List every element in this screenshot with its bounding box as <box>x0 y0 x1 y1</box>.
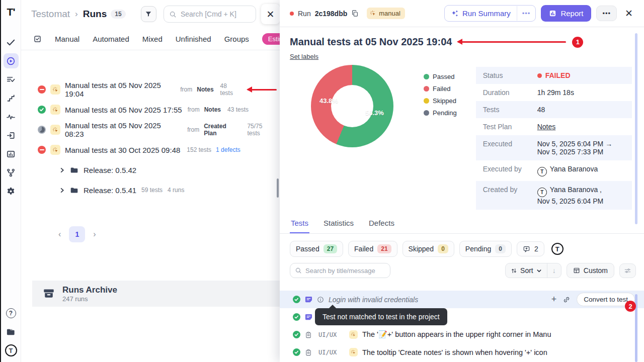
table-grid-icon <box>573 267 580 274</box>
release-row[interactable]: Release: 0.5.41 59 tests 4 runs <box>21 180 277 200</box>
release-row[interactable]: Release: 0.5.42 <box>21 160 277 180</box>
chevron-right-icon[interactable] <box>59 167 65 173</box>
tab-mixed[interactable]: Mixed <box>142 35 163 43</box>
pulse-icon[interactable] <box>4 109 19 124</box>
failed-chip[interactable]: Failed21 <box>348 241 397 257</box>
runs-play-icon[interactable] <box>4 53 19 68</box>
search-input[interactable]: Search [Cmd + K] <box>164 6 256 23</box>
avatar: T <box>537 188 547 197</box>
custom-view-button[interactable]: Custom <box>567 263 614 278</box>
test-row[interactable]: Login with invalid credentials + Convert… <box>280 291 644 308</box>
list-check-icon[interactable] <box>4 72 19 87</box>
pending-chip[interactable]: Pending0 <box>459 241 512 257</box>
run-filter-tabs: Manual Automated Mixed Unfinished Groups… <box>21 28 280 50</box>
run-row[interactable]: Manual tests at 05 Nov 2025 08:23 from C… <box>21 120 277 140</box>
list-header: Testomat › Runs 15 Search [Cmd + K] ✕ <box>21 0 280 28</box>
detail-scrollbar-top[interactable] <box>635 33 637 224</box>
failed-status-icon <box>38 85 46 94</box>
run-title: Manual tests at 05 Nov 2025 17:55 <box>65 106 182 114</box>
comments-chip[interactable]: 2 <box>517 241 544 256</box>
page-1-button[interactable]: 1 <box>69 226 85 242</box>
tab-defects[interactable]: Defects <box>368 215 395 233</box>
sort-direction-button[interactable]: ↓ <box>547 263 561 278</box>
failed-dot-icon <box>424 86 429 92</box>
run-summary-label: Run Summary <box>462 9 511 18</box>
tab-unfinished[interactable]: Unfinished <box>176 35 211 43</box>
branch-icon[interactable] <box>4 165 19 180</box>
chevron-right-icon[interactable] <box>59 188 65 193</box>
search-icon <box>169 11 177 18</box>
test-row[interactable]: UI/UX The tooltip 'Create notes' is show… <box>280 343 644 361</box>
failed-dot-icon <box>290 12 294 16</box>
filter-button[interactable] <box>141 6 156 22</box>
check-icon[interactable] <box>4 35 19 50</box>
test-tag: UI/UX <box>318 349 345 356</box>
docs-folder-icon[interactable] <box>4 324 19 339</box>
prev-page-button[interactable]: ‹ <box>58 230 61 239</box>
annotation-arrow <box>248 89 277 90</box>
user-avatar-filter[interactable]: T <box>551 243 564 255</box>
tab-groups[interactable]: Groups <box>224 35 249 43</box>
tab-automated[interactable]: Automated <box>93 35 129 43</box>
run-row[interactable]: Manual tests at 05 Nov 2025 19:04 from N… <box>21 79 277 100</box>
next-page-button[interactable]: › <box>93 230 96 239</box>
run-source: Created Plan <box>204 123 240 137</box>
manual-badge-label: manual <box>379 10 400 17</box>
sign-in-icon[interactable] <box>4 128 19 143</box>
help-icon[interactable]: ? <box>4 306 19 321</box>
legend-pending: Pending <box>424 109 457 117</box>
settings-gear-icon[interactable] <box>4 184 19 199</box>
test-plan-link[interactable]: Notes <box>537 123 556 131</box>
close-panel-button[interactable]: ✕ <box>261 4 280 24</box>
breadcrumb-section[interactable]: Runs <box>83 9 107 20</box>
steps-icon[interactable] <box>4 90 19 106</box>
manual-test-icon <box>349 330 358 339</box>
more-options-button[interactable]: ••• <box>596 6 617 21</box>
set-labels-link[interactable]: Set labels <box>290 53 318 60</box>
run-summary-button[interactable]: Run Summary <box>445 6 517 21</box>
breadcrumb-app[interactable]: Testomat <box>31 9 70 20</box>
tab-manual[interactable]: Manual <box>55 35 79 43</box>
legend-skipped: Skipped <box>424 97 457 105</box>
results-donut-wrap: 43.8% 56.3% <box>311 65 393 147</box>
passed-chip[interactable]: Passed27 <box>290 241 343 257</box>
sort-button[interactable]: Sort <box>506 263 547 278</box>
tab-tests[interactable]: Tests <box>290 215 309 233</box>
columns-settings-button[interactable] <box>619 263 636 278</box>
run-summary-split-button: Run Summary ••• <box>444 5 536 22</box>
archive-box-icon <box>42 287 55 300</box>
info-row-executed-by: Executed by TYana Baranova <box>476 160 632 181</box>
run-row[interactable]: Manual tests at 05 Nov 2025 17:55 from N… <box>21 100 277 120</box>
tooltip: Test not matched to test in the project <box>315 308 447 325</box>
tab-statistics[interactable]: Statistics <box>323 215 355 233</box>
select-all-icon[interactable] <box>33 35 42 43</box>
release-name: Release: 0.5.42 <box>84 166 136 174</box>
run-title: Manual tests at 05 Nov 2025 08:23 <box>65 121 182 138</box>
runs-archive-bar[interactable]: Runs Archive 247 runs <box>32 281 280 307</box>
window-edge <box>0 0 1 362</box>
testomat-logo-icon[interactable]: T' <box>1 2 21 22</box>
info-row-created-by: Created by TYana Baranova ,Nov 5, 2025 6… <box>476 181 632 210</box>
pagination: ‹ 1 › <box>58 226 277 242</box>
list-scrollbar[interactable] <box>277 178 279 198</box>
skipped-chip[interactable]: Skipped0 <box>403 241 454 257</box>
run-title: Manual tests at 30 Oct 2025 09:48 <box>65 146 180 154</box>
run-tests-count: 75/75 tests <box>247 123 277 137</box>
run-summary-more-button[interactable]: ••• <box>517 6 536 21</box>
defects-link[interactable]: 1 defects <box>216 146 240 153</box>
copy-icon[interactable] <box>351 10 359 17</box>
report-button[interactable]: Report <box>541 5 591 22</box>
link-icon[interactable] <box>562 296 571 304</box>
close-detail-button[interactable]: ✕ <box>622 6 636 21</box>
add-icon[interactable]: + <box>551 294 557 305</box>
tests-search-input[interactable]: Search by title/message <box>290 263 390 278</box>
user-avatar[interactable]: T <box>4 343 19 358</box>
archive-title: Runs Archive <box>62 285 117 295</box>
detail-tabs: Tests Statistics Defects <box>280 215 644 234</box>
comment-plus-icon <box>523 245 530 253</box>
run-from-label: from <box>187 126 199 133</box>
test-row[interactable]: UI/UX The '📝+' button appears in the upp… <box>280 326 644 343</box>
search-placeholder: Search [Cmd + K] <box>181 10 236 18</box>
report-chart-icon[interactable] <box>4 146 19 161</box>
run-row[interactable]: Manual tests at 30 Oct 2025 09:48 152 te… <box>21 140 277 160</box>
